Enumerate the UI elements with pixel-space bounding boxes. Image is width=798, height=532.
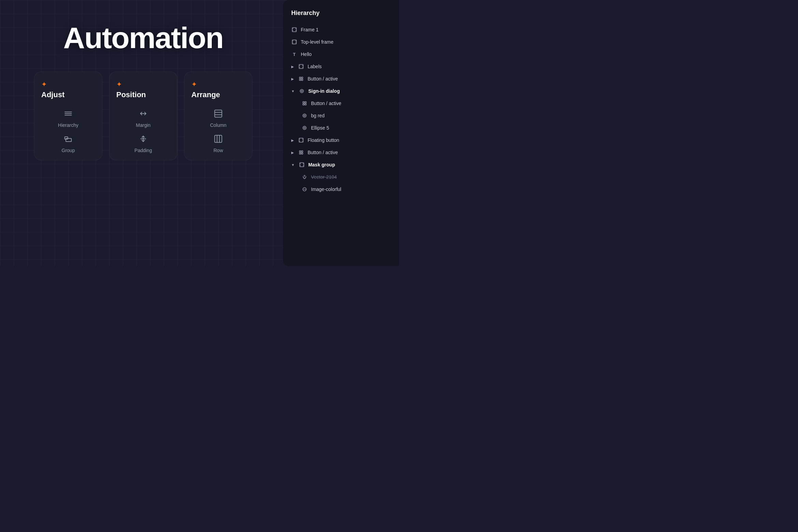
chevron-right-icon-2 — [291, 77, 294, 81]
svg-rect-8 — [215, 110, 222, 117]
hierarchy-item-toplevel[interactable]: Top-level frame — [283, 36, 399, 48]
svg-rect-37 — [303, 104, 304, 105]
hierarchy-item-button-active-3[interactable]: Button / active — [283, 146, 399, 159]
svg-rect-36 — [305, 102, 306, 103]
button-active-3-label: Button / active — [308, 150, 338, 155]
adjust-card: ✦ Adjust Hierarchy — [34, 72, 102, 160]
chevron-right-icon-4 — [291, 151, 294, 154]
hierarchy-item-bg-red[interactable]: bg red — [283, 109, 399, 122]
toplevel-label: Top-level frame — [301, 39, 334, 45]
floating-button-label: Floating button — [308, 137, 339, 143]
component-icon — [298, 76, 304, 82]
position-card: ✦ Position Margin — [109, 72, 177, 160]
labels-label: Labels — [308, 64, 322, 69]
hierarchy-item[interactable]: Hierarchy — [41, 109, 95, 128]
hello-label: Hello — [301, 51, 312, 57]
hand-icon — [301, 174, 308, 180]
svg-rect-30 — [301, 77, 303, 78]
frame-icon-5 — [299, 162, 305, 168]
svg-rect-51 — [301, 153, 303, 154]
component-icon-3 — [298, 149, 304, 156]
svg-rect-3 — [65, 137, 68, 139]
svg-rect-31 — [299, 79, 301, 80]
bg-red-label: bg red — [311, 113, 325, 118]
position-card-items: Margin Padding — [116, 109, 170, 153]
padding-label: Padding — [134, 148, 152, 153]
svg-point-33 — [300, 89, 304, 93]
padding-icon — [138, 134, 148, 145]
chevron-down-icon-2 — [291, 163, 295, 167]
arrange-sparkle-icon: ✦ — [191, 80, 197, 88]
svg-rect-29 — [299, 77, 301, 78]
group-item[interactable]: Group — [41, 134, 95, 153]
svg-rect-32 — [301, 79, 303, 80]
margin-item[interactable]: Margin — [116, 109, 170, 128]
svg-rect-4 — [66, 138, 71, 142]
vector2104-label: Vector-2104 — [311, 174, 337, 180]
frame-icon-3 — [298, 63, 304, 70]
hierarchy-item-hello[interactable]: T Hello — [283, 48, 399, 60]
svg-point-42 — [304, 127, 305, 129]
column-label: Column — [210, 122, 226, 128]
adjust-card-items: Hierarchy Group — [41, 109, 95, 153]
sign-in-dialog-label: Sign-in dialog — [308, 88, 340, 94]
svg-rect-49 — [301, 151, 303, 152]
svg-rect-24 — [299, 64, 303, 69]
hierarchy-icon — [63, 109, 73, 120]
hierarchy-item-ellipse5[interactable]: Ellipse 5 — [283, 122, 399, 134]
svg-rect-19 — [292, 40, 296, 44]
chevron-down-icon — [291, 89, 295, 93]
row-icon — [213, 134, 223, 145]
frame-icon — [291, 27, 297, 33]
hierarchy-item-frame1[interactable]: Frame 1 — [283, 24, 399, 36]
hierarchy-panel: Hierarchy Frame 1 Top-level frame T Hell… — [283, 0, 399, 266]
ellipse5-label: Ellipse 5 — [311, 125, 329, 131]
padding-item[interactable]: Padding — [116, 134, 170, 153]
arrange-card: ✦ Arrange Column — [184, 72, 252, 160]
svg-point-40 — [304, 115, 305, 116]
mask-group-label: Mask group — [308, 162, 335, 167]
image-icon — [301, 186, 308, 192]
column-icon — [213, 109, 223, 120]
hierarchy-item-mask-group[interactable]: Mask group — [283, 159, 399, 171]
column-item[interactable]: Column — [191, 109, 245, 128]
margin-icon — [138, 109, 148, 120]
ellipse-icon-2 — [301, 125, 308, 131]
button-active-2-label: Button / active — [311, 101, 341, 106]
frame1-label: Frame 1 — [301, 27, 319, 32]
hierarchy-item-labels[interactable]: Labels — [283, 60, 399, 73]
svg-rect-11 — [215, 135, 222, 143]
cards-row: ✦ Adjust Hierarchy — [34, 72, 252, 160]
margin-label: Margin — [136, 122, 151, 128]
hierarchy-item-sign-in-dialog[interactable]: Sign-in dialog — [283, 85, 399, 97]
svg-point-34 — [301, 90, 302, 92]
arrange-card-title: Arrange — [191, 90, 220, 99]
page-title: Automation — [63, 20, 223, 55]
adjust-sparkle-icon: ✦ — [41, 80, 47, 88]
row-item[interactable]: Row — [191, 134, 245, 153]
group-icon — [63, 134, 73, 145]
position-card-title: Position — [116, 90, 146, 99]
hierarchy-item-floating-button[interactable]: Floating button — [283, 134, 399, 146]
svg-rect-35 — [303, 102, 304, 103]
image-colorful-label: Image-colorful — [311, 187, 341, 192]
svg-rect-48 — [299, 151, 301, 152]
main-area: Automation ✦ Adjust Hierarchy — [0, 0, 286, 266]
frame-icon-4 — [298, 137, 304, 143]
svg-point-39 — [303, 114, 306, 117]
svg-rect-43 — [299, 138, 303, 142]
hierarchy-item-vector2104[interactable]: Vector-2104 — [283, 171, 399, 183]
arrange-card-items: Column Row — [191, 109, 245, 153]
hierarchy-item-button-active-2[interactable]: Button / active — [283, 97, 399, 109]
svg-rect-38 — [305, 104, 306, 105]
svg-rect-52 — [300, 163, 304, 167]
hierarchy-item-image-colorful[interactable]: Image-colorful — [283, 183, 399, 195]
hierarchy-item-button-active-1[interactable]: Button / active — [283, 73, 399, 85]
adjust-card-title: Adjust — [41, 90, 64, 99]
button-active-1-label: Button / active — [308, 76, 338, 82]
frame-icon-2 — [291, 39, 297, 45]
component-icon-2 — [301, 100, 308, 106]
svg-rect-14 — [292, 28, 296, 32]
group-label: Group — [62, 148, 75, 153]
ellipse-icon — [301, 113, 308, 119]
